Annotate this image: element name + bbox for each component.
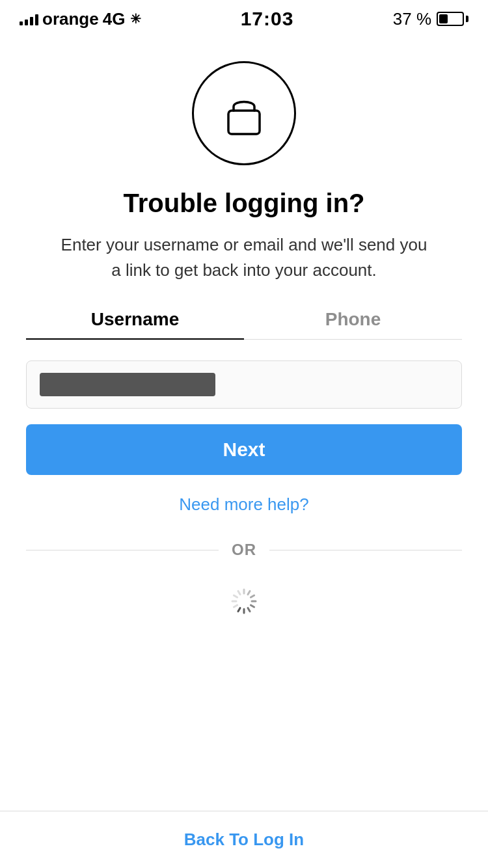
- network-activity-icon: ✳: [130, 11, 141, 27]
- svg-line-8: [238, 608, 240, 611]
- loading-spinner-container: [228, 585, 260, 617]
- status-bar: orange 4G ✳ 17:03 37 %: [0, 0, 488, 35]
- tab-phone[interactable]: Phone: [244, 309, 462, 339]
- loading-spinner-icon: [228, 585, 260, 617]
- tab-username[interactable]: Username: [26, 309, 244, 339]
- signal-bar-3: [30, 17, 33, 25]
- time-label: 17:03: [241, 8, 294, 30]
- help-link[interactable]: Need more help?: [179, 495, 308, 515]
- lock-icon: [219, 88, 269, 138]
- battery-fill: [439, 14, 448, 23]
- main-content: Trouble logging in? Enter your username …: [0, 35, 488, 811]
- signal-bars-icon: [20, 12, 38, 25]
- status-left: orange 4G ✳: [20, 9, 141, 29]
- battery-icon: [437, 12, 468, 26]
- or-divider: OR: [26, 541, 462, 559]
- or-text: OR: [232, 541, 256, 559]
- network-type-label: 4G: [103, 9, 126, 29]
- next-button[interactable]: Next: [26, 424, 462, 475]
- svg-line-2: [248, 591, 250, 594]
- username-input-filled-value: [40, 373, 215, 396]
- svg-line-12: [238, 591, 240, 594]
- page-subtitle: Enter your username or email and we'll s…: [55, 232, 433, 283]
- svg-line-5: [251, 605, 254, 607]
- svg-line-11: [234, 595, 237, 597]
- tabs-container: Username Phone: [26, 309, 462, 340]
- back-to-login-link[interactable]: Back To Log In: [184, 830, 304, 850]
- or-line-left: [26, 550, 219, 550]
- bottom-bar: Back To Log In: [0, 811, 488, 868]
- signal-bar-1: [20, 21, 23, 25]
- battery-tip: [466, 16, 468, 22]
- svg-line-6: [248, 608, 250, 611]
- svg-line-3: [251, 595, 254, 597]
- username-input-container[interactable]: [26, 360, 462, 409]
- signal-bar-4: [35, 14, 38, 25]
- status-right: 37 %: [393, 9, 468, 29]
- battery-percent-label: 37 %: [393, 9, 431, 29]
- page-title: Trouble logging in?: [123, 189, 364, 218]
- svg-rect-0: [228, 111, 260, 134]
- battery-body: [437, 12, 464, 26]
- signal-bar-2: [25, 20, 28, 25]
- or-line-right: [269, 550, 462, 550]
- svg-line-9: [234, 605, 237, 607]
- lock-circle: [192, 61, 296, 165]
- carrier-label: orange: [42, 9, 99, 29]
